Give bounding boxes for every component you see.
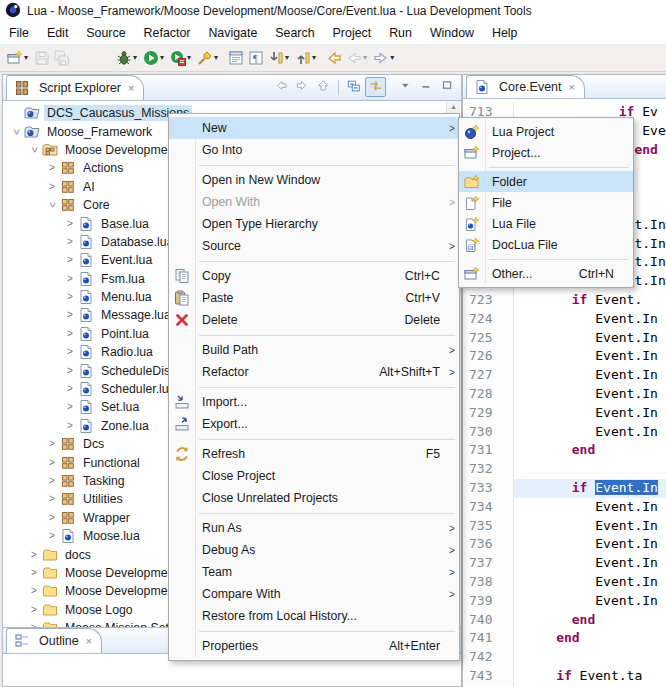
dropdown-arrow-icon[interactable]: ▾ [160,53,164,62]
context-menu-item-paste[interactable]: PasteCtrl+V [169,287,459,309]
chevron-right-icon[interactable]: > [44,531,60,541]
context-menu-item-go-into[interactable]: Go Into [169,139,459,161]
new-submenu-item-project[interactable]: Project... [459,142,633,163]
view-menu-button[interactable] [396,78,415,96]
context-menu-item-properties[interactable]: PropertiesAlt+Enter [169,635,459,657]
context-menu-item-debug-as[interactable]: Debug As> [169,539,459,561]
code-line-728[interactable]: 728 Event.In [464,385,666,404]
close-icon[interactable]: × [86,635,92,647]
code-line-729[interactable]: 729 Event.In [464,404,666,423]
context-menu-item-export[interactable]: Export... [169,413,459,435]
context-menu-item-source[interactable]: Source> [169,235,459,257]
chevron-right-icon[interactable]: > [44,458,60,468]
menubar-item-source[interactable]: Source [77,23,134,43]
chevron-right-icon[interactable]: > [62,292,78,302]
chevron-right-icon[interactable]: > [62,384,78,394]
code-line-731[interactable]: 731 end [464,441,666,460]
code-line-727[interactable]: 727 Event.In [464,366,666,385]
last-edit-button[interactable] [325,49,343,67]
pilcrow-button[interactable]: ¶ [247,49,265,67]
tab-outline[interactable]: Outline × [6,628,102,653]
code-line-742[interactable]: 742 [464,648,666,667]
context-menu-item-copy[interactable]: CopyCtrl+C [169,265,459,287]
code-line-730[interactable]: 730 Event.In [464,423,666,442]
chevron-right-icon[interactable]: > [44,476,60,486]
chevron-right-icon[interactable]: > [62,329,78,339]
menubar-item-edit[interactable]: Edit [38,23,77,43]
dropdown-arrow-icon[interactable]: ▾ [390,53,394,62]
chevron-right-icon[interactable]: > [26,568,42,578]
chevron-right-icon[interactable]: > [44,439,60,449]
context-menu-item-open-type-hierarchy[interactable]: Open Type Hierarchy [169,213,459,235]
menubar-item-project[interactable]: Project [324,23,381,43]
chevron-right-icon[interactable]: > [26,550,42,560]
context-menu-item-import[interactable]: Import... [169,391,459,413]
code-line-738[interactable]: 738 Event.In [464,573,666,592]
dropdown-arrow-icon[interactable]: ▾ [312,53,316,62]
context-menu-item-refresh[interactable]: RefreshF5 [169,443,459,465]
new-submenu-item-other[interactable]: Other...Ctrl+N [459,263,633,284]
nav-forward-button[interactable] [293,78,312,96]
up-folder-button[interactable] [314,78,333,96]
new-wizard-button[interactable]: ▾ [6,49,31,67]
scrollbar-up-icon[interactable]: ▲ [447,103,460,110]
chevron-right-icon[interactable]: > [62,274,78,284]
debug-button[interactable]: ▾ [115,49,140,67]
chevron-down-icon[interactable]: > [8,127,24,137]
context-menu-item-run-as[interactable]: Run As> [169,517,459,539]
menubar-item-window[interactable]: Window [421,23,483,43]
code-line-734[interactable]: 734 Event.In [464,498,666,517]
nav-back-button[interactable] [272,78,291,96]
code-line-741[interactable]: 741 end [464,629,666,648]
collapse-all-button[interactable] [344,78,363,96]
run-button[interactable]: ▾ [142,49,167,67]
code-line-726[interactable]: 726 Event.In [464,347,666,366]
context-menu-item-close-unrelated-projects[interactable]: Close Unrelated Projects [169,487,459,509]
chevron-right-icon[interactable]: > [44,513,60,523]
chevron-right-icon[interactable]: > [44,163,60,173]
close-icon[interactable]: × [128,82,134,94]
chevron-right-icon[interactable]: > [62,402,78,412]
code-line-739[interactable]: 739 Event.In [464,592,666,611]
chevron-right-icon[interactable]: > [62,255,78,265]
chevron-right-icon[interactable]: > [62,421,78,431]
dropdown-arrow-icon[interactable]: ▾ [363,53,367,62]
maximize-button[interactable] [438,78,457,96]
context-menu-item-refactor[interactable]: RefactorAlt+Shift+T> [169,361,459,383]
context-menu-item-close-project[interactable]: Close Project [169,465,459,487]
dropdown-arrow-icon[interactable]: ▾ [187,53,191,62]
code-line-732[interactable]: 732 [464,460,666,479]
chevron-right-icon[interactable]: > [62,347,78,357]
chevron-right-icon[interactable]: > [26,605,42,615]
next-annotation-button[interactable]: ▾ [267,49,292,67]
tab-core-event[interactable]: Core.Event × [466,75,585,98]
context-menu-item-team[interactable]: Team> [169,561,459,583]
prev-annotation-button[interactable]: ▾ [294,49,319,67]
chevron-right-icon[interactable]: > [26,586,42,596]
chevron-right-icon[interactable]: > [62,219,78,229]
run-last-button[interactable]: ▾ [169,49,194,67]
new-submenu-item-file[interactable]: File [459,192,633,213]
code-line-736[interactable]: 736 Event.In [464,535,666,554]
context-menu-item-new[interactable]: New> [169,117,459,139]
code-line-725[interactable]: 725 Event.In [464,329,666,348]
open-console-button[interactable] [227,49,245,67]
context-menu-item-restore-from-local-history[interactable]: Restore from Local History... [169,605,459,627]
menubar-item-search[interactable]: Search [266,23,323,43]
menubar-item-run[interactable]: Run [380,23,421,43]
new-submenu-item-doclua-file[interactable]: @DocLua File [459,234,633,255]
dropdown-arrow-icon[interactable]: ▾ [285,53,289,62]
dropdown-arrow-icon[interactable]: ▾ [24,53,28,62]
chevron-down-icon[interactable]: > [44,200,60,210]
minimize-button[interactable] [417,78,436,96]
context-menu-item-delete[interactable]: DeleteDelete [169,309,459,331]
code-line-723[interactable]: 723 if Event. [464,291,666,310]
new-submenu-item-lua-project[interactable]: Lua Project [459,121,633,142]
search-torch-button[interactable]: ▾ [196,49,221,67]
context-menu-item-open-in-new-window[interactable]: Open in New Window [169,169,459,191]
code-line-733[interactable]: 733 if Event.In [464,479,666,498]
code-line-724[interactable]: 724 Event.In [464,310,666,329]
menubar-item-file[interactable]: File [0,23,38,43]
code-line-735[interactable]: 735 Event.In [464,517,666,536]
dropdown-arrow-icon[interactable]: ▾ [133,53,137,62]
